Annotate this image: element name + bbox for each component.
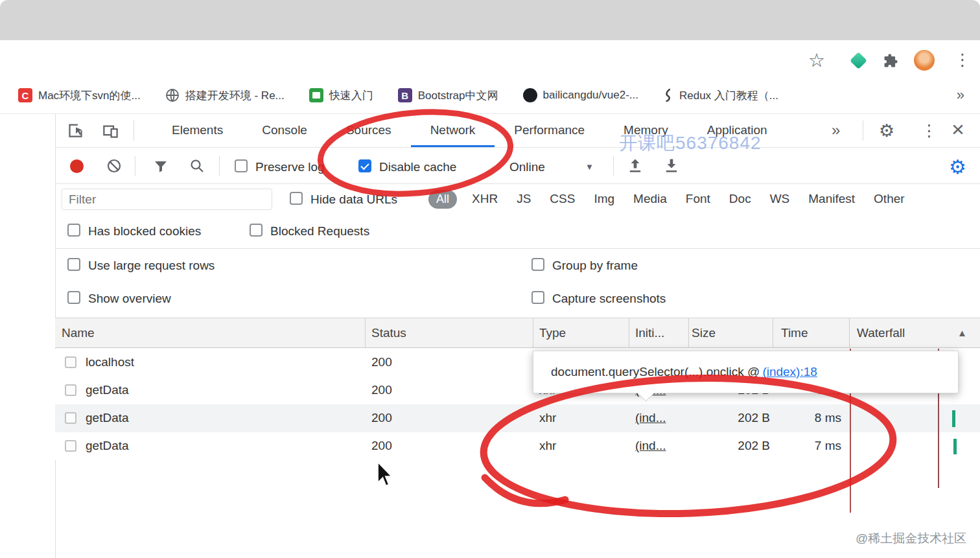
column-header-status[interactable]: Status	[371, 326, 406, 340]
initiator-tooltip-link[interactable]: (index):18	[762, 365, 817, 379]
request-initiator: (ind...	[635, 411, 666, 425]
tab-sources[interactable]: Sources	[327, 113, 411, 147]
tab-console[interactable]: Console	[242, 113, 327, 147]
show-overview-label: Show overview	[88, 292, 171, 306]
bookmarks-overflow-chevron[interactable]: »	[957, 87, 964, 104]
use-large-request-rows-label: Use large request rows	[88, 259, 215, 273]
disable-cache-checkbox[interactable]	[358, 159, 371, 172]
search-icon[interactable]	[189, 158, 205, 174]
tab-network[interactable]: Network	[411, 113, 495, 147]
c-doc-icon: C	[18, 88, 32, 102]
column-header-name[interactable]: Name	[62, 326, 95, 340]
bookmark-item[interactable]: B Bootstrap中文网	[398, 88, 498, 103]
tab-elements[interactable]: Elements	[152, 113, 242, 147]
devtools-close-icon[interactable]: ×	[951, 117, 964, 142]
request-type-filters: XHR JS CSS Img Media Font Doc WS Manifes…	[472, 192, 905, 206]
hide-data-urls-label: Hide data URLs	[310, 192, 397, 207]
initiator-tooltip: document.querySelector(...).onclick @ (i…	[533, 351, 959, 393]
extensions-puzzle-icon[interactable]	[882, 52, 899, 69]
use-large-request-rows-checkbox[interactable]	[67, 258, 80, 271]
row-checkbox[interactable]	[65, 356, 76, 368]
globe-icon	[165, 88, 180, 102]
filter-funnel-icon[interactable]	[153, 159, 169, 174]
device-toolbar-icon[interactable]	[102, 122, 119, 140]
import-har-icon[interactable]	[626, 157, 644, 175]
clear-network-log-icon[interactable]	[106, 158, 122, 174]
redux-tutorial-icon	[663, 88, 673, 102]
toolbar-divider	[219, 156, 220, 176]
export-har-icon[interactable]	[662, 157, 681, 175]
extension-diamond-icon[interactable]	[850, 52, 867, 69]
bookmark-item[interactable]: 快速入门	[309, 88, 373, 103]
bookmark-label: Redux 入门教程（...	[679, 88, 778, 103]
request-type: xhr	[539, 439, 556, 453]
browser-menu-kebab-icon[interactable]: ⋮	[954, 50, 971, 70]
row-checkbox[interactable]	[65, 384, 76, 396]
row-checkbox[interactable]	[65, 440, 76, 452]
inspect-element-icon[interactable]	[67, 122, 84, 139]
community-watermark: @稀土掘金技术社区	[856, 530, 966, 547]
filter-img[interactable]: Img	[594, 192, 614, 206]
filter-other[interactable]: Other	[874, 192, 905, 206]
disable-cache-label: Disable cache	[379, 160, 456, 174]
filter-doc[interactable]: Doc	[729, 192, 751, 206]
group-by-frame-checkbox[interactable]	[531, 258, 544, 271]
network-settings-gear-icon[interactable]: ⚙	[949, 156, 966, 178]
chevron-down-icon[interactable]: ▼	[585, 162, 594, 172]
filter-js[interactable]: JS	[517, 192, 531, 206]
devtools-menu-kebab-icon[interactable]: ⋮	[921, 121, 937, 140]
column-header-initiator[interactable]: Initi...	[635, 326, 664, 340]
profile-avatar[interactable]	[914, 50, 935, 71]
course-watermark: 开课吧56376842	[619, 131, 762, 156]
devtools-tabbar-border	[55, 147, 980, 148]
sort-asc-icon[interactable]: ▲	[957, 327, 967, 338]
toolbar-divider	[613, 156, 614, 176]
request-row-getdata-2[interactable]: getData 200 xhr (ind... 202 B 8 ms	[55, 404, 980, 432]
devtools-settings-gear-icon[interactable]: ⚙	[879, 121, 894, 141]
has-blocked-cookies-checkbox[interactable]	[67, 224, 80, 237]
bookmark-star-icon[interactable]: ☆	[808, 49, 825, 71]
tab-performance[interactable]: Performance	[495, 113, 604, 147]
bookmark-item[interactable]: 搭建开发环境 - Re...	[165, 88, 285, 103]
marker-tail-stroke	[485, 478, 565, 504]
network-toolbar-border	[55, 183, 980, 184]
github-icon	[523, 88, 537, 102]
filter-manifest[interactable]: Manifest	[808, 192, 855, 206]
filter-font[interactable]: Font	[686, 192, 710, 206]
filter-ws[interactable]: WS	[770, 192, 790, 206]
column-header-waterfall[interactable]: Waterfall	[857, 326, 905, 340]
throttling-select[interactable]: Online	[509, 160, 545, 174]
filter-xhr[interactable]: XHR	[472, 192, 498, 206]
show-overview-checkbox[interactable]	[67, 291, 80, 304]
hide-data-urls-checkbox[interactable]	[290, 192, 303, 205]
preserve-log-checkbox[interactable]	[235, 159, 248, 172]
bookmark-item[interactable]: Redux 入门教程（...	[663, 88, 778, 103]
column-header-size[interactable]: Size	[692, 326, 716, 340]
filter-all-pill[interactable]: All	[428, 190, 457, 209]
request-size: 202 B	[688, 411, 770, 425]
filter-input[interactable]	[62, 189, 272, 210]
toolbar-divider	[135, 156, 135, 176]
column-header-time[interactable]: Time	[781, 326, 808, 340]
record-button[interactable]	[70, 159, 84, 173]
blocked-requests-checkbox[interactable]	[250, 224, 262, 237]
request-name: localhost	[86, 355, 134, 369]
request-name: getData	[86, 439, 129, 453]
request-row-getdata-3[interactable]: getData 200 xhr (ind... 202 B 7 ms	[55, 432, 980, 460]
column-header-type[interactable]: Type	[539, 326, 566, 340]
bookmark-item[interactable]: bailicangdu/vue2-...	[523, 88, 638, 102]
request-time: 8 ms	[773, 411, 841, 425]
browser-toolbar: ☆ ⋮	[0, 40, 980, 78]
filter-media[interactable]: Media	[633, 192, 667, 206]
group-by-frame-label: Group by frame	[552, 259, 638, 273]
bookmark-item[interactable]: C Mac环境下svn的使...	[18, 88, 141, 103]
request-type: xhr	[539, 411, 556, 425]
requests-table-header: Name Status Type Initi... Size Time Wate…	[55, 318, 980, 348]
more-tabs-chevron[interactable]: »	[832, 121, 840, 139]
capture-screenshots-checkbox[interactable]	[531, 291, 544, 304]
filter-css[interactable]: CSS	[550, 192, 575, 206]
request-name: getData	[86, 383, 129, 397]
bookmark-label: bailicangdu/vue2-...	[543, 89, 638, 102]
row-checkbox[interactable]	[65, 412, 76, 424]
tabbar-divider	[134, 121, 134, 141]
